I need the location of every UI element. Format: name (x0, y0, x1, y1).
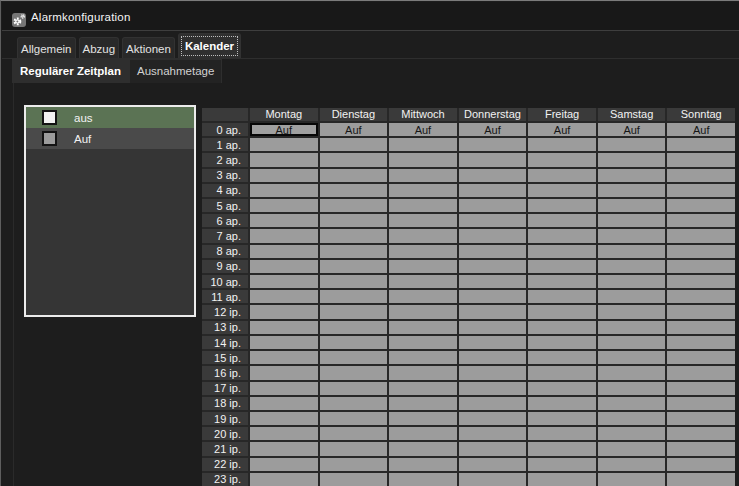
schedule-cell[interactable] (667, 305, 735, 318)
schedule-cell[interactable] (459, 412, 527, 425)
schedule-cell[interactable] (320, 351, 388, 364)
schedule-cell[interactable] (459, 382, 527, 395)
subtab-regular-schedule[interactable]: Regulärer Zeitplan (12, 59, 129, 83)
schedule-cell[interactable] (320, 412, 388, 425)
schedule-cell[interactable] (389, 199, 457, 212)
schedule-cell[interactable] (459, 229, 527, 242)
schedule-cell[interactable] (389, 473, 457, 486)
schedule-cell[interactable] (250, 473, 318, 486)
schedule-cell[interactable] (250, 153, 318, 166)
schedule-cell[interactable] (320, 260, 388, 273)
schedule-cell[interactable]: Auf (459, 123, 527, 136)
schedule-cell[interactable] (389, 214, 457, 227)
schedule-cell[interactable] (389, 184, 457, 197)
schedule-cell[interactable] (459, 366, 527, 379)
schedule-cell[interactable] (389, 138, 457, 151)
schedule-cell[interactable] (667, 458, 735, 471)
schedule-cell[interactable]: Auf (598, 123, 666, 136)
schedule-cell[interactable] (528, 199, 596, 212)
schedule-cell[interactable] (598, 138, 666, 151)
legend-item-auf[interactable]: Auf (26, 128, 194, 149)
schedule-cell[interactable] (528, 169, 596, 182)
schedule-cell[interactable] (598, 382, 666, 395)
schedule-cell[interactable] (667, 260, 735, 273)
schedule-cell[interactable] (528, 442, 596, 455)
tab-allgemein[interactable]: Allgemein (17, 37, 76, 59)
schedule-cell[interactable] (598, 199, 666, 212)
schedule-cell[interactable] (389, 229, 457, 242)
schedule-cell[interactable] (250, 336, 318, 349)
schedule-cell[interactable] (598, 290, 666, 303)
schedule-cell[interactable] (250, 442, 318, 455)
schedule-cell[interactable] (528, 351, 596, 364)
schedule-cell[interactable] (528, 138, 596, 151)
schedule-cell[interactable] (389, 397, 457, 410)
schedule-cell[interactable] (598, 442, 666, 455)
schedule-cell[interactable] (598, 458, 666, 471)
schedule-cell[interactable] (250, 458, 318, 471)
schedule-cell[interactable] (528, 245, 596, 258)
schedule-cell[interactable] (598, 184, 666, 197)
schedule-cell[interactable] (528, 473, 596, 486)
legend-item-aus[interactable]: aus (26, 107, 194, 128)
schedule-cell[interactable] (250, 199, 318, 212)
schedule-cell[interactable] (459, 336, 527, 349)
schedule-cell[interactable] (598, 336, 666, 349)
schedule-cell[interactable] (459, 290, 527, 303)
schedule-cell[interactable] (389, 366, 457, 379)
schedule-cell[interactable] (459, 169, 527, 182)
schedule-cell[interactable] (528, 321, 596, 334)
schedule-cell[interactable] (667, 275, 735, 288)
schedule-cell[interactable] (389, 169, 457, 182)
schedule-cell[interactable] (667, 214, 735, 227)
schedule-cell[interactable] (598, 305, 666, 318)
tab-abzug[interactable]: Abzug (79, 37, 120, 59)
schedule-cell[interactable] (389, 260, 457, 273)
schedule-cell[interactable] (667, 412, 735, 425)
schedule-cell[interactable] (667, 169, 735, 182)
schedule-cell[interactable] (598, 245, 666, 258)
schedule-cell[interactable] (250, 321, 318, 334)
schedule-cell[interactable] (528, 153, 596, 166)
schedule-cell[interactable] (320, 153, 388, 166)
schedule-cell[interactable] (667, 442, 735, 455)
schedule-cell[interactable] (528, 229, 596, 242)
schedule-cell[interactable] (459, 214, 527, 227)
schedule-cell[interactable] (320, 366, 388, 379)
schedule-cell[interactable] (320, 229, 388, 242)
schedule-cell[interactable] (320, 290, 388, 303)
weekly-schedule-grid[interactable]: MontagDienstagMittwochDonnerstagFreitagS… (202, 108, 735, 486)
schedule-cell[interactable] (528, 427, 596, 440)
schedule-cell[interactable] (459, 153, 527, 166)
schedule-cell[interactable] (320, 169, 388, 182)
schedule-cell[interactable] (528, 336, 596, 349)
schedule-cell[interactable] (250, 184, 318, 197)
schedule-cell[interactable] (389, 305, 457, 318)
schedule-cell[interactable] (528, 397, 596, 410)
schedule-cell[interactable] (667, 382, 735, 395)
schedule-cell[interactable] (667, 153, 735, 166)
schedule-cell[interactable]: Auf (389, 123, 457, 136)
schedule-cell[interactable] (320, 184, 388, 197)
schedule-cell[interactable] (389, 382, 457, 395)
tab-aktionen[interactable]: Aktionen (122, 37, 175, 59)
schedule-cell[interactable] (667, 245, 735, 258)
schedule-cell[interactable] (250, 412, 318, 425)
schedule-cell[interactable] (528, 412, 596, 425)
title-bar[interactable]: Alarmkonfiguration (2, 2, 739, 31)
schedule-cell[interactable] (320, 305, 388, 318)
schedule-cell[interactable] (667, 366, 735, 379)
schedule-cell[interactable] (459, 321, 527, 334)
schedule-cell[interactable] (320, 382, 388, 395)
schedule-cell[interactable] (389, 351, 457, 364)
schedule-cell[interactable] (250, 245, 318, 258)
schedule-cell[interactable] (250, 305, 318, 318)
schedule-state-list[interactable]: ausAuf (24, 105, 196, 317)
tab-kalender[interactable]: Kalender (178, 33, 241, 59)
schedule-cell[interactable] (250, 275, 318, 288)
schedule-cell[interactable] (667, 321, 735, 334)
schedule-cell[interactable] (528, 382, 596, 395)
schedule-cell[interactable] (598, 397, 666, 410)
schedule-cell[interactable] (250, 351, 318, 364)
schedule-cell[interactable] (459, 199, 527, 212)
